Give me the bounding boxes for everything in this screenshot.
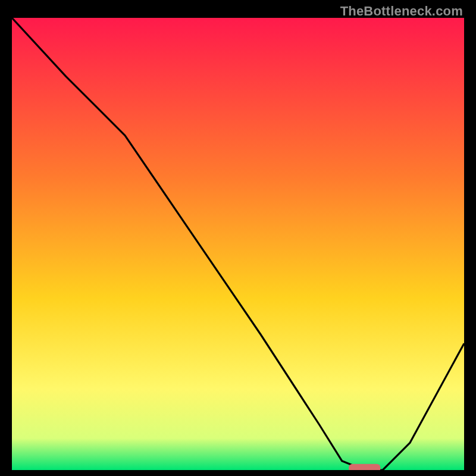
chart-frame — [12, 18, 464, 470]
gradient-background — [12, 18, 464, 470]
optimal-range-marker — [349, 464, 380, 470]
chart-svg — [12, 18, 464, 470]
watermark-text: TheBottleneck.com — [340, 4, 463, 19]
